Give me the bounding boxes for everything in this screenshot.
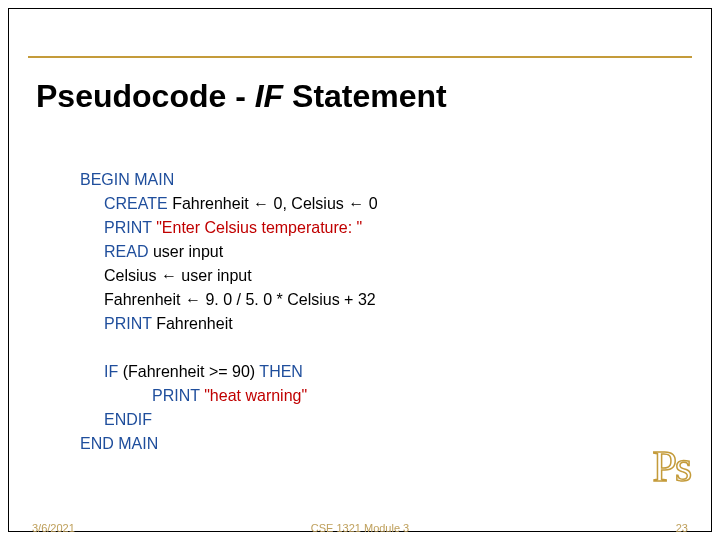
slide-title: Pseudocode - IF Statement xyxy=(36,78,447,115)
code-line: PRINT "heat warning" xyxy=(80,384,378,408)
code-line: PRINT "Enter Celsius temperature: " xyxy=(80,216,378,240)
ps-badge: Ps xyxy=(652,441,690,492)
code-line: Fahrenheit ← 9. 0 / 5. 0 * Celsius + 32 xyxy=(80,288,378,312)
code-line: CREATE Fahrenheit ← 0, Celsius ← 0 xyxy=(80,192,378,216)
footer-date: 3/6/2021 xyxy=(32,522,75,534)
code-line xyxy=(80,336,378,360)
footer-page: 23 xyxy=(676,522,688,534)
code-line: IF (Fahrenheit >= 90) THEN xyxy=(80,360,378,384)
code-line: Celsius ← user input xyxy=(80,264,378,288)
title-prefix: Pseudocode - xyxy=(36,78,255,114)
title-suffix: Statement xyxy=(283,78,447,114)
pseudocode-block: BEGIN MAINCREATE Fahrenheit ← 0, Celsius… xyxy=(80,168,378,456)
code-line: ENDIF xyxy=(80,408,378,432)
title-italic: IF xyxy=(255,78,283,114)
code-line: BEGIN MAIN xyxy=(80,168,378,192)
code-line: READ user input xyxy=(80,240,378,264)
code-line: END MAIN xyxy=(80,432,378,456)
footer-module: CSE 1321 Module 3 xyxy=(311,522,409,534)
code-line: PRINT Fahrenheit xyxy=(80,312,378,336)
top-rule xyxy=(28,56,692,58)
